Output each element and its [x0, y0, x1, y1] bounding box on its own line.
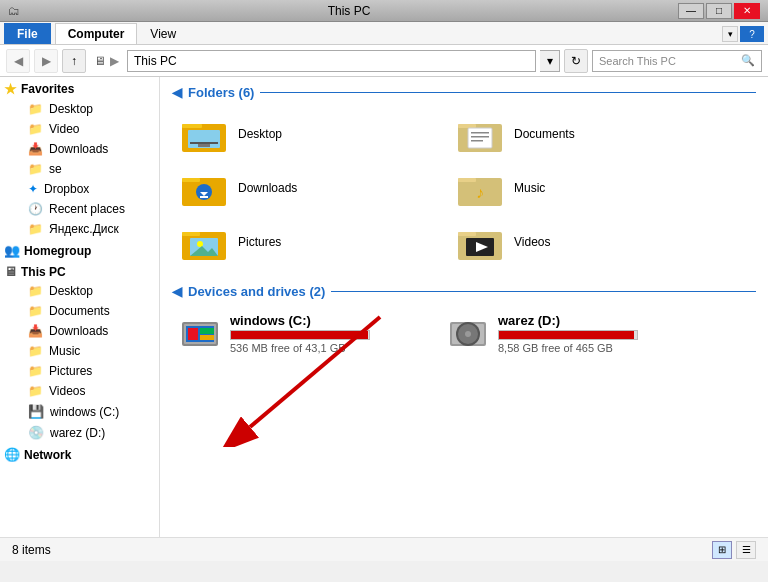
address-dropdown[interactable]: ▾	[540, 50, 560, 72]
svg-rect-32	[200, 328, 214, 334]
network-label: Network	[24, 448, 71, 462]
refresh-button[interactable]: ↻	[564, 49, 588, 73]
svg-rect-9	[471, 136, 489, 138]
drive-c-free: 536 MB free of 43,1 GB	[230, 342, 424, 354]
dropbox-icon: ✦	[28, 182, 38, 196]
drive-d-info: warez (D:) 8,58 GB free of 465 GB	[498, 313, 692, 354]
folder-icon: 📁	[28, 384, 43, 398]
back-button[interactable]: ◀	[6, 49, 30, 73]
sidebar-item-desktop2[interactable]: 📁 Desktop	[0, 281, 159, 301]
up-button[interactable]: ↑	[62, 49, 86, 73]
folder-name: Music	[514, 181, 545, 195]
maximize-button[interactable]: □	[706, 3, 732, 19]
folder-documents[interactable]: Documents	[448, 108, 708, 160]
recent-icon: 🕐	[28, 202, 43, 216]
network-icon: 🌐	[4, 447, 20, 462]
downloads-folder-icon: 📥	[28, 142, 43, 156]
homegroup-icon: 👥	[4, 243, 20, 258]
ribbon-collapse[interactable]: ▾	[722, 26, 738, 42]
drive-d-free: 8,58 GB free of 465 GB	[498, 342, 692, 354]
sidebar-item-label: Desktop	[49, 102, 93, 116]
sidebar-item-label: Pictures	[49, 364, 92, 378]
sidebar-item-label: windows (C:)	[50, 405, 119, 419]
folders-divider	[260, 92, 756, 93]
view-list-button[interactable]: ☰	[736, 541, 756, 559]
sidebar-item-windows-c[interactable]: 💾 windows (C:)	[0, 401, 159, 422]
window-title: This PC	[20, 4, 678, 18]
sidebar-item-label: se	[49, 162, 62, 176]
drive-warez-d[interactable]: warez (D:) 8,58 GB free of 465 GB	[440, 307, 700, 360]
sidebar-group-favorites[interactable]: ★ Favorites	[0, 77, 159, 99]
folder-downloads[interactable]: Downloads	[172, 162, 432, 214]
sidebar-group-homegroup[interactable]: 👥 Homegroup	[0, 239, 159, 260]
help-button[interactable]: ?	[740, 26, 764, 42]
svg-rect-4	[198, 144, 210, 147]
drive-windows-c[interactable]: windows (C:) 536 MB free of 43,1 GB	[172, 307, 432, 360]
sidebar-item-warez-d[interactable]: 💿 warez (D:)	[0, 422, 159, 443]
address-path[interactable]: This PC	[127, 50, 536, 72]
folders-section-title: Folders (6)	[188, 85, 254, 100]
folder-name: Documents	[514, 127, 575, 141]
folder-videos[interactable]: Videos	[448, 216, 708, 268]
minimize-button[interactable]: —	[678, 3, 704, 19]
sidebar-item-downloads2[interactable]: 📥 Downloads	[0, 321, 159, 341]
drive-d-bar	[499, 331, 634, 339]
folder-music[interactable]: ♪ Music	[448, 162, 708, 214]
sidebar-item-yandex[interactable]: 📁 Яндекс.Диск	[0, 219, 159, 239]
sidebar-item-downloads-fav[interactable]: 📥 Downloads	[0, 139, 159, 159]
sidebar-item-music2[interactable]: 📁 Music	[0, 341, 159, 361]
svg-rect-20	[182, 232, 200, 236]
view-controls: ⊞ ☰	[712, 541, 756, 559]
folders-collapse-icon[interactable]: ◀	[172, 85, 182, 100]
sidebar-item-se[interactable]: 📁 se	[0, 159, 159, 179]
tab-file[interactable]: File	[4, 23, 51, 44]
sidebar-item-desktop[interactable]: 📁 Desktop	[0, 99, 159, 119]
folder-pictures[interactable]: Pictures	[172, 216, 432, 268]
devices-collapse-icon[interactable]: ◀	[172, 284, 182, 299]
drives-grid: windows (C:) 536 MB free of 43,1 GB	[172, 307, 756, 360]
devices-section-title: Devices and drives (2)	[188, 284, 325, 299]
sidebar-group-network[interactable]: 🌐 Network	[0, 443, 159, 464]
sidebar-item-recent[interactable]: 🕐 Recent places	[0, 199, 159, 219]
sidebar-group-thispc[interactable]: 🖥 This PC	[0, 260, 159, 281]
drive-c-name: windows (C:)	[230, 313, 424, 328]
sidebar: ★ Favorites 📁 Desktop 📁 Video 📥 Download…	[0, 77, 160, 537]
sidebar-item-label: Videos	[49, 384, 85, 398]
folders-grid: Desktop Documents	[172, 108, 756, 268]
folders-section-header: ◀ Folders (6)	[172, 85, 756, 100]
sidebar-item-label: Video	[49, 122, 79, 136]
view-large-icons-button[interactable]: ⊞	[712, 541, 732, 559]
svg-rect-12	[182, 178, 200, 182]
drive-d-bar-container	[498, 330, 638, 340]
svg-point-38	[465, 331, 471, 337]
sidebar-item-video[interactable]: 📁 Video	[0, 119, 159, 139]
svg-rect-17	[458, 178, 476, 182]
status-items-count: 8 items	[12, 543, 51, 557]
sidebar-item-label: Music	[49, 344, 80, 358]
folder-icon: 📁	[28, 102, 43, 116]
status-bar: 8 items ⊞ ☰	[0, 537, 768, 561]
sidebar-item-videos2[interactable]: 📁 Videos	[0, 381, 159, 401]
close-button[interactable]: ✕	[734, 3, 760, 19]
svg-rect-31	[188, 328, 198, 340]
drive-d-name: warez (D:)	[498, 313, 692, 328]
yandex-icon: 📁	[28, 222, 43, 236]
sidebar-item-pictures2[interactable]: 📁 Pictures	[0, 361, 159, 381]
svg-rect-3	[190, 142, 218, 144]
drive-c-icon: 💾	[28, 404, 44, 419]
music-folder-icon: ♪	[456, 168, 504, 208]
svg-rect-6	[458, 124, 476, 128]
search-box[interactable]: Search This PC 🔍	[592, 50, 762, 72]
search-placeholder: Search This PC	[599, 55, 741, 67]
folder-icon: 📁	[28, 304, 43, 318]
folder-name: Videos	[514, 235, 550, 249]
sidebar-item-dropbox[interactable]: ✦ Dropbox	[0, 179, 159, 199]
forward-button[interactable]: ▶	[34, 49, 58, 73]
sidebar-item-documents2[interactable]: 📁 Documents	[0, 301, 159, 321]
thispc-label: This PC	[21, 265, 66, 279]
tab-view[interactable]: View	[137, 23, 189, 44]
folder-desktop[interactable]: Desktop	[172, 108, 432, 160]
svg-rect-33	[200, 335, 214, 340]
drive-c-bar	[231, 331, 368, 339]
tab-computer[interactable]: Computer	[55, 23, 138, 44]
